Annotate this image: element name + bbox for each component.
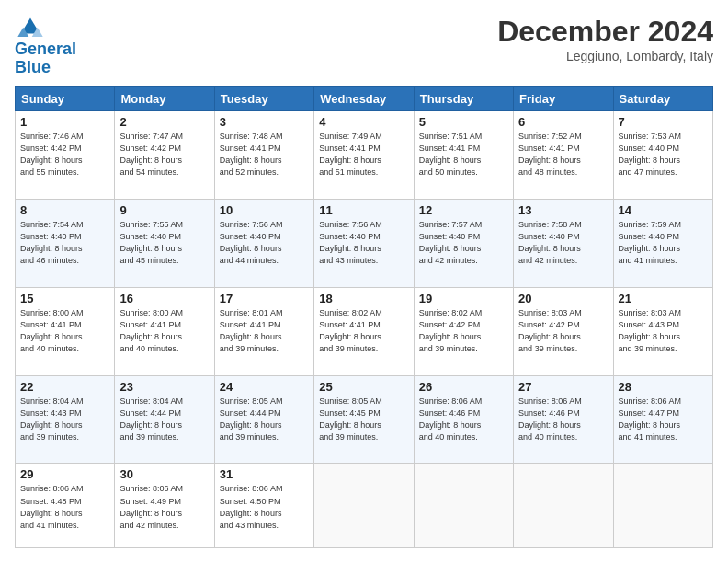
day-info: Sunrise: 8:03 AMSunset: 4:43 PMDaylight:…	[619, 307, 708, 355]
table-row: 25 Sunrise: 8:05 AMSunset: 4:45 PMDaylig…	[314, 375, 414, 464]
table-row: 9 Sunrise: 7:55 AMSunset: 4:40 PMDayligh…	[115, 199, 214, 287]
day-number: 23	[119, 380, 209, 394]
table-row	[314, 464, 414, 548]
day-number: 30	[119, 467, 209, 481]
day-info: Sunrise: 8:06 AMSunset: 4:47 PMDaylight:…	[619, 396, 708, 443]
table-row: 7 Sunrise: 7:53 AMSunset: 4:40 PMDayligh…	[613, 110, 712, 199]
logo-text: General Blue	[15, 40, 76, 77]
day-number: 9	[119, 203, 209, 217]
table-row: 5 Sunrise: 7:51 AMSunset: 4:41 PMDayligh…	[414, 110, 513, 199]
day-info: Sunrise: 7:59 AMSunset: 4:40 PMDaylight:…	[619, 219, 708, 267]
day-number: 3	[220, 115, 309, 129]
table-row: 30 Sunrise: 8:06 AMSunset: 4:49 PMDaylig…	[115, 464, 214, 548]
day-info: Sunrise: 7:56 AMSunset: 4:40 PMDaylight:…	[220, 219, 309, 267]
day-info: Sunrise: 8:00 AMSunset: 4:41 PMDaylight:…	[119, 307, 209, 355]
col-saturday: Saturday	[613, 86, 712, 110]
table-row: 8 Sunrise: 7:54 AMSunset: 4:40 PMDayligh…	[16, 199, 115, 287]
header: General Blue December 2024 Leggiuno, Lom…	[15, 15, 713, 77]
table-row: 12 Sunrise: 7:57 AMSunset: 4:40 PMDaylig…	[414, 199, 513, 287]
table-row	[514, 464, 613, 548]
table-row: 22 Sunrise: 8:04 AMSunset: 4:43 PMDaylig…	[16, 375, 115, 464]
day-number: 24	[220, 380, 309, 394]
day-info: Sunrise: 8:05 AMSunset: 4:45 PMDaylight:…	[319, 396, 408, 443]
table-row: 13 Sunrise: 7:58 AMSunset: 4:40 PMDaylig…	[514, 199, 613, 287]
table-row: 27 Sunrise: 8:06 AMSunset: 4:46 PMDaylig…	[514, 375, 613, 464]
day-number: 18	[319, 292, 408, 305]
col-wednesday: Wednesday	[314, 86, 414, 110]
day-info: Sunrise: 8:05 AMSunset: 4:44 PMDaylight:…	[220, 396, 309, 443]
table-row: 21 Sunrise: 8:03 AMSunset: 4:43 PMDaylig…	[613, 287, 712, 375]
day-info: Sunrise: 7:49 AMSunset: 4:41 PMDaylight:…	[319, 131, 408, 178]
day-number: 31	[220, 467, 309, 481]
logo-line1: General	[15, 40, 76, 58]
day-number: 28	[619, 380, 708, 394]
table-row: 29 Sunrise: 8:06 AMSunset: 4:48 PMDaylig…	[16, 464, 115, 548]
calendar-week-row: 22 Sunrise: 8:04 AMSunset: 4:43 PMDaylig…	[16, 375, 713, 464]
day-number: 13	[518, 203, 608, 217]
day-info: Sunrise: 7:52 AMSunset: 4:41 PMDaylight:…	[518, 131, 608, 178]
day-info: Sunrise: 8:06 AMSunset: 4:50 PMDaylight:…	[220, 483, 309, 531]
day-number: 11	[319, 203, 408, 217]
day-info: Sunrise: 8:04 AMSunset: 4:43 PMDaylight:…	[20, 396, 109, 443]
day-number: 29	[20, 467, 109, 481]
day-info: Sunrise: 8:02 AMSunset: 4:41 PMDaylight:…	[319, 307, 408, 355]
day-info: Sunrise: 7:58 AMSunset: 4:40 PMDaylight:…	[518, 219, 608, 267]
day-number: 6	[518, 115, 608, 129]
day-info: Sunrise: 7:51 AMSunset: 4:41 PMDaylight:…	[419, 131, 508, 178]
day-info: Sunrise: 7:46 AMSunset: 4:42 PMDaylight:…	[20, 131, 109, 178]
table-row: 31 Sunrise: 8:06 AMSunset: 4:50 PMDaylig…	[214, 464, 313, 548]
table-row: 24 Sunrise: 8:05 AMSunset: 4:44 PMDaylig…	[214, 375, 313, 464]
day-number: 4	[319, 115, 408, 129]
day-number: 16	[119, 292, 209, 305]
col-sunday: Sunday	[16, 86, 115, 110]
col-thursday: Thursday	[414, 86, 513, 110]
location: Leggiuno, Lombardy, Italy	[497, 49, 713, 63]
day-number: 25	[319, 380, 408, 394]
table-row: 3 Sunrise: 7:48 AMSunset: 4:41 PMDayligh…	[214, 110, 313, 199]
col-tuesday: Tuesday	[214, 86, 313, 110]
calendar-week-row: 1 Sunrise: 7:46 AMSunset: 4:42 PMDayligh…	[16, 110, 713, 199]
day-number: 8	[20, 203, 109, 217]
day-number: 17	[220, 292, 309, 305]
day-info: Sunrise: 8:06 AMSunset: 4:46 PMDaylight:…	[419, 396, 508, 443]
table-row	[414, 464, 513, 548]
day-number: 22	[20, 380, 109, 394]
table-row: 10 Sunrise: 7:56 AMSunset: 4:40 PMDaylig…	[214, 199, 313, 287]
table-row: 28 Sunrise: 8:06 AMSunset: 4:47 PMDaylig…	[613, 375, 712, 464]
calendar-week-row: 29 Sunrise: 8:06 AMSunset: 4:48 PMDaylig…	[16, 464, 713, 548]
col-monday: Monday	[115, 86, 214, 110]
table-row: 14 Sunrise: 7:59 AMSunset: 4:40 PMDaylig…	[613, 199, 712, 287]
table-row: 26 Sunrise: 8:06 AMSunset: 4:46 PMDaylig…	[414, 375, 513, 464]
table-row	[613, 464, 712, 548]
table-row: 16 Sunrise: 8:00 AMSunset: 4:41 PMDaylig…	[115, 287, 214, 375]
month-title: December 2024	[497, 15, 713, 49]
page: General Blue December 2024 Leggiuno, Lom…	[0, 0, 728, 563]
table-row: 4 Sunrise: 7:49 AMSunset: 4:41 PMDayligh…	[314, 110, 414, 199]
day-info: Sunrise: 8:04 AMSunset: 4:44 PMDaylight:…	[119, 396, 209, 443]
day-number: 10	[220, 203, 309, 217]
day-number: 20	[518, 292, 608, 305]
table-row: 15 Sunrise: 8:00 AMSunset: 4:41 PMDaylig…	[16, 287, 115, 375]
day-number: 12	[419, 203, 508, 217]
day-number: 5	[419, 115, 508, 129]
table-row: 18 Sunrise: 8:02 AMSunset: 4:41 PMDaylig…	[314, 287, 414, 375]
day-info: Sunrise: 8:06 AMSunset: 4:46 PMDaylight:…	[518, 396, 608, 443]
logo: General Blue	[15, 15, 76, 77]
table-row: 20 Sunrise: 8:03 AMSunset: 4:42 PMDaylig…	[514, 287, 613, 375]
table-row: 17 Sunrise: 8:01 AMSunset: 4:41 PMDaylig…	[214, 287, 313, 375]
day-info: Sunrise: 7:48 AMSunset: 4:41 PMDaylight:…	[220, 131, 309, 178]
day-number: 2	[119, 115, 209, 129]
calendar-week-row: 15 Sunrise: 8:00 AMSunset: 4:41 PMDaylig…	[16, 287, 713, 375]
calendar-table: Sunday Monday Tuesday Wednesday Thursday…	[15, 86, 713, 548]
calendar-week-row: 8 Sunrise: 7:54 AMSunset: 4:40 PMDayligh…	[16, 199, 713, 287]
table-row: 19 Sunrise: 8:02 AMSunset: 4:42 PMDaylig…	[414, 287, 513, 375]
day-number: 21	[619, 292, 708, 305]
day-info: Sunrise: 8:02 AMSunset: 4:42 PMDaylight:…	[419, 307, 508, 355]
logo-line2: Blue	[15, 58, 51, 76]
day-number: 14	[619, 203, 708, 217]
day-number: 1	[20, 115, 109, 129]
day-number: 15	[20, 292, 109, 305]
day-number: 7	[619, 115, 708, 129]
day-info: Sunrise: 8:06 AMSunset: 4:48 PMDaylight:…	[20, 483, 109, 531]
day-info: Sunrise: 8:00 AMSunset: 4:41 PMDaylight:…	[20, 307, 109, 355]
